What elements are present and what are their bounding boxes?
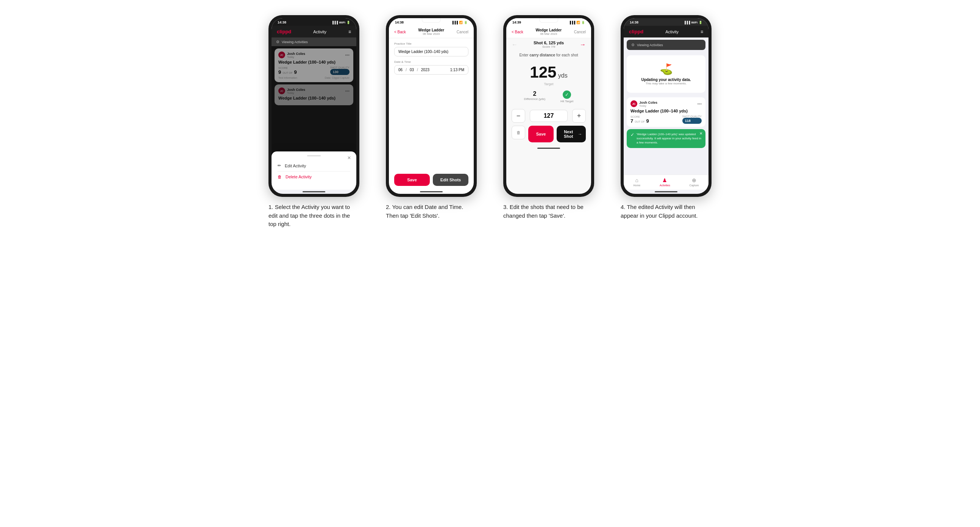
outof-4: OUT OF bbox=[635, 121, 644, 123]
delete-activity-item[interactable]: 🗑 Delete Activity bbox=[278, 171, 350, 182]
status-icons-4: ▐▐▐ WiFi 🔋 bbox=[684, 21, 702, 24]
cancel-btn-2[interactable]: Cancel bbox=[457, 30, 468, 34]
phone-3-section: 14:39 ▐▐▐ 📶 🔋 < Back Wedge Ladder 06 Mar… bbox=[496, 15, 602, 220]
toast-close-btn[interactable]: ✕ bbox=[699, 132, 702, 135]
quality-label-4: Shot Quality bbox=[682, 115, 702, 118]
score-label-4: Score bbox=[630, 116, 649, 118]
home-tab-label: Home bbox=[633, 184, 640, 187]
user-name-4: Josh Coles bbox=[639, 101, 657, 105]
sheet-close-btn[interactable]: ✕ bbox=[347, 155, 351, 160]
difference-value: 2 bbox=[524, 90, 545, 97]
increment-btn[interactable]: + bbox=[572, 109, 586, 123]
distance-value: 125 bbox=[530, 63, 556, 81]
status-bar-1: 14:38 ▐▐▐ WiFi 🔋 bbox=[272, 18, 356, 26]
prev-shot-arrow[interactable]: ← bbox=[512, 41, 518, 48]
phone-2-screen: 14:38 ▐▐▐ 📶 🔋 < Back Wedge Ladder 06 Mar… bbox=[389, 18, 474, 194]
nav-subtitle-2: 06 Mar 2023 bbox=[418, 32, 445, 36]
save-btn-3[interactable]: Save bbox=[528, 126, 554, 142]
back-btn-2[interactable]: < Back bbox=[394, 30, 406, 34]
hamburger-menu-1[interactable]: ≡ bbox=[348, 29, 351, 35]
capture-tab-label: Capture bbox=[690, 184, 699, 187]
decrement-btn[interactable]: − bbox=[512, 109, 525, 123]
tab-activities[interactable]: ♟ Activities bbox=[660, 177, 670, 187]
difference-label: Difference (yds) bbox=[524, 97, 545, 101]
success-toast: ✓ 'Wedge Ladder (100–140 yds)' was updat… bbox=[627, 129, 705, 148]
activities-tab-icon: ♟ bbox=[662, 177, 667, 183]
next-shot-btn[interactable]: Next Shot → bbox=[557, 126, 586, 142]
sheet-handle bbox=[307, 155, 321, 156]
target-label: Target bbox=[506, 82, 591, 86]
bottom-sheet-1: ✕ ✏ Edit Activity 🗑 Delete Activity bbox=[272, 151, 356, 190]
time-field: 1:13 PM bbox=[450, 68, 464, 72]
carry-instruction: Enter carry distance for each shot bbox=[506, 51, 591, 59]
home-indicator-2 bbox=[420, 191, 443, 192]
home-tab-icon: ⌂ bbox=[635, 177, 638, 183]
tab-home[interactable]: ⌂ Home bbox=[633, 177, 640, 187]
stepper-row: − + bbox=[506, 106, 591, 126]
phone-1-section: 14:38 ▐▐▐ WiFi 🔋 clippd Activity ≡ ⚙ bbox=[261, 15, 367, 229]
nav-title-3: Wedge Ladder bbox=[536, 28, 562, 32]
home-indicator-3 bbox=[537, 148, 560, 149]
next-shot-arrow[interactable]: → bbox=[580, 41, 586, 48]
score-val-4: 7 bbox=[630, 118, 633, 124]
hamburger-menu-4[interactable]: ≡ bbox=[700, 29, 703, 35]
form-section-2: Practice Title Wedge Ladder (100–140 yds… bbox=[389, 38, 474, 174]
dots-menu-4[interactable]: ••• bbox=[697, 102, 702, 106]
caption-4: 4. The edited Activity will then appear … bbox=[620, 203, 711, 220]
time-3: 14:39 bbox=[512, 21, 521, 24]
time-1: 14:38 bbox=[278, 21, 286, 24]
updating-text: Updating your activity data. bbox=[630, 78, 702, 82]
screen-bg-1: JC Josh Coles Today ••• Wedge Ladder (10… bbox=[272, 46, 356, 190]
shots-val-4: 9 bbox=[646, 118, 649, 124]
home-indicator-1 bbox=[302, 191, 325, 192]
back-btn-3[interactable]: < Back bbox=[512, 30, 523, 34]
capture-tab-icon: ⊕ bbox=[692, 177, 696, 183]
status-bar-2: 14:38 ▐▐▐ 📶 🔋 bbox=[389, 18, 474, 26]
nav-bar-1: clippd Activity ≡ bbox=[272, 26, 356, 38]
phone-3-screen: 14:39 ▐▐▐ 📶 🔋 < Back Wedge Ladder 06 Mar… bbox=[506, 18, 591, 194]
nav-title-4: Activity bbox=[665, 30, 679, 34]
practice-input[interactable]: Wedge Ladder (100–140 yds) bbox=[394, 47, 468, 56]
status-icons-2: ▐▐▐ 📶 🔋 bbox=[451, 21, 468, 24]
p2-action-buttons: Save Edit Shots bbox=[394, 174, 468, 186]
nav-subtitle-3: 06 Mar 2023 bbox=[536, 32, 562, 36]
caption-2: 2. You can edit Date and Time. Then tap … bbox=[386, 203, 477, 220]
hit-target-icon: ✓ bbox=[563, 90, 571, 99]
golf-flag-icon: ⛳ bbox=[630, 63, 702, 75]
cancel-btn-3[interactable]: Cancel bbox=[574, 30, 586, 34]
activity-card-4[interactable]: JC Josh Coles Today ••• Wedge Ladder (10… bbox=[627, 97, 705, 127]
p3-action-buttons: 🗑 Save Next Shot → bbox=[512, 126, 586, 142]
clippd-logo-4: clippd bbox=[629, 29, 643, 35]
date-month: 03 bbox=[410, 68, 414, 72]
activities-tab-label: Activities bbox=[660, 184, 670, 187]
shot-nav: ← Shot 6, 125 yds Score 7/9 → bbox=[506, 38, 591, 51]
distance-unit: yds bbox=[558, 72, 568, 79]
phone-1-screen: 14:38 ▐▐▐ WiFi 🔋 clippd Activity ≡ ⚙ bbox=[272, 18, 356, 194]
distance-display: 125 yds Target bbox=[506, 59, 591, 87]
delete-icon: 🗑 bbox=[278, 175, 282, 179]
date-time-row[interactable]: 06 / 03 / 2023 1:13 PM bbox=[394, 65, 468, 75]
viewing-activities-bar-4: ⚙ Viewing Activities bbox=[627, 40, 705, 50]
hit-target-stat: ✓ Hit Target bbox=[560, 90, 573, 103]
save-btn-2[interactable]: Save bbox=[394, 174, 430, 186]
tab-bar-4: ⌂ Home ♟ Activities ⊕ Capture bbox=[624, 175, 708, 190]
edit-activity-item[interactable]: ✏ Edit Activity bbox=[278, 160, 350, 171]
clippd-logo-1: clippd bbox=[277, 29, 291, 35]
phone-3-frame: 14:39 ▐▐▐ 📶 🔋 < Back Wedge Ladder 06 Mar… bbox=[503, 15, 594, 197]
delete-shot-btn[interactable]: 🗑 bbox=[512, 126, 525, 139]
date-label: Date & Time bbox=[394, 60, 468, 63]
updating-sub: This may take a few moments. bbox=[630, 82, 702, 85]
viewing-label-4: Viewing Activities bbox=[637, 43, 663, 47]
time-2: 14:38 bbox=[395, 21, 404, 24]
viewing-activities-bar-1: ⚙ Viewing Activities bbox=[272, 38, 356, 46]
nav-title-2: Wedge Ladder bbox=[418, 28, 445, 32]
date-day: 06 bbox=[398, 68, 402, 72]
home-indicator-4 bbox=[655, 191, 678, 192]
edit-shots-btn[interactable]: Edit Shots bbox=[433, 174, 468, 186]
distance-input[interactable] bbox=[530, 110, 568, 122]
tab-capture[interactable]: ⊕ Capture bbox=[690, 177, 699, 187]
caption-1: 1. Select the Activity you want to edit … bbox=[269, 203, 360, 229]
phone-4-frame: 14:38 ▐▐▐ WiFi 🔋 clippd Activity ≡ ⚙ bbox=[620, 15, 711, 197]
edit-label: Edit Activity bbox=[285, 163, 306, 168]
phone-2-section: 14:38 ▐▐▐ 📶 🔋 < Back Wedge Ladder 06 Mar… bbox=[378, 15, 484, 220]
